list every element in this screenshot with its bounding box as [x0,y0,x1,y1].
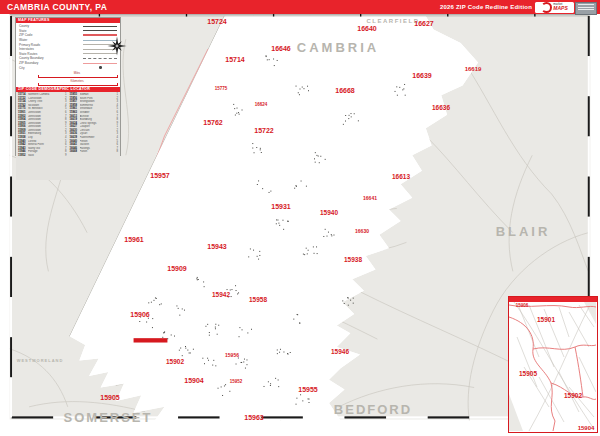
zip-label-15909: 15909 [167,265,186,272]
county-label-bedford: BEDFORD [334,402,412,417]
zip-label-15943: 15943 [207,243,226,250]
legend-item-label: County Boundary [19,56,44,60]
legend-item: City [19,65,117,70]
legend-scalebar: Kilometers [38,79,116,86]
zip-label-16641: 16641 [363,195,377,201]
legend-item-label: County [19,24,29,28]
zip-label-16613: 16613 [392,173,410,180]
zip-label-15955: 15955 [298,386,317,393]
zip-label-15961: 15961 [124,236,143,243]
inset-locator-rect [134,338,168,342]
zip-label-16640: 16640 [357,25,376,32]
zip-label-15952: 15952 [230,379,243,384]
legend-item-label: ZIP Boundary [19,61,38,65]
zip-label-15714: 15714 [225,56,244,63]
logo-swirl-icon [541,2,552,13]
legend-item-sample [83,66,117,69]
zip-label-16630: 16630 [355,228,369,234]
zip-label-15902: 15902 [166,358,184,365]
zip-label-15938: 15938 [344,256,362,263]
inset-zip-label-15901: 15901 [537,316,555,323]
zip-label-15724: 15724 [207,18,226,25]
legend-scalebar-line [38,83,118,86]
zip-label-15775: 15775 [215,86,228,91]
legend-scalebars: MilesKilometers [16,71,120,86]
edition-badge [575,2,597,15]
zip-label-15904: 15904 [184,377,203,384]
county-label-cambria: CAMBRIA [297,40,379,55]
compass-rose-icon [107,36,127,56]
zip-label-16639: 16639 [412,72,431,79]
legend-panel: MAP FEATURES CountyStateZIP CodeWaterPri… [15,17,121,156]
zip-label-15956: 15956 [225,352,239,358]
inset-zip-label-15904: 15904 [578,425,595,431]
zip-label-15958: 15958 [249,296,267,303]
zip-label-16636: 16636 [432,104,450,111]
zip-label-16646: 16646 [271,45,290,52]
legend-item-sample [83,26,117,27]
zip-label-15942: 15942 [212,291,230,298]
directory-name: Patton [80,150,115,154]
map-page: { "banner": { "title": "CAMBRIA COUNTY, … [0,0,600,436]
county-label-somerset: SOMERSET [64,410,153,425]
legend-item-label: State [19,29,26,33]
legend-item-label: City [19,66,25,70]
zip-label-15931: 15931 [271,203,290,210]
directory-zip: 15952 [18,154,28,158]
zip-label-15905: 15905 [100,394,119,401]
zip-label-15946: 15946 [331,348,349,355]
zip-label-15963: 15963 [244,414,263,421]
zip-label-16619: 16619 [465,66,482,72]
legend-item-sample [83,30,117,31]
legend-scalebar-line [38,75,118,78]
county-label-westmoreland: WESTMORELAND [17,358,64,363]
inset-zip-label-15906: 15906 [516,303,529,308]
inset-zip-label-15902: 15902 [564,392,582,399]
directory-row: 16668Patton8 [70,150,119,154]
zip-label-16624: 16624 [255,102,268,107]
zip-label-15906: 15906 [130,311,149,318]
title-banner: CAMBRIA COUNTY, PA 2026 ZIP Code Redline… [0,0,600,14]
inset-zip-label-15905: 15905 [519,370,537,377]
zip-label-15722: 15722 [254,127,273,134]
zip-directory-table: 15714Northern Cambria115722Carrolltown21… [16,92,120,180]
legend-items: CountyStateZIP CodeWaterPrimary RoadsInt… [16,23,120,70]
downtown-inset-panel: 1590615901159051590215904 [508,296,598,433]
legend-item-label: Water [19,38,27,42]
legend-item-label: Primary Roads [19,43,40,47]
edition-label: 2026 ZIP Code Redline Edition [440,0,532,14]
directory-page: 9 [63,154,67,158]
publisher-logo: market MAPS [535,2,574,13]
legend-item-label: State Routes [19,52,37,56]
directory-name: Salix [28,154,63,158]
logo-maps-text: MAPS [553,6,567,11]
zip-label-16627: 16627 [414,20,433,27]
zip-label-16668: 16668 [335,87,354,94]
zip-label-15762: 15762 [203,119,222,126]
legend-item-label: Interstates [19,47,34,51]
county-label-clearfield: CLEARFIELD [367,18,420,24]
directory-zip: 16668 [70,150,80,154]
zip-label-15957: 15957 [150,172,169,179]
legend-item-sample [83,58,117,59]
directory-page: 8 [114,150,118,154]
county-label-blair: BLAIR [496,224,551,239]
directory-row: 15952Salix9 [18,154,67,158]
legend-item-label: ZIP Code [19,33,32,37]
legend-item-sample [83,63,117,64]
zip-label-15940: 15940 [320,209,338,216]
legend-scalebar: Miles [38,71,116,78]
map-title: CAMBRIA COUNTY, PA [7,0,107,14]
